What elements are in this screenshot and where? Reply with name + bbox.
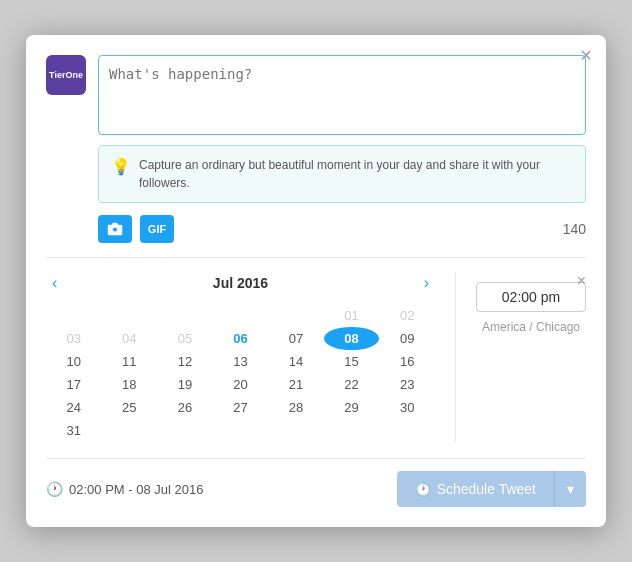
- clock-icon: 🕐: [46, 481, 63, 497]
- calendar-day[interactable]: 24: [46, 396, 102, 419]
- calendar-time-row: ‹ Jul 2016 › 010203040506070809101112131…: [46, 272, 586, 442]
- calendar-day[interactable]: 23: [379, 373, 435, 396]
- calendar-day[interactable]: 08: [324, 327, 380, 350]
- calendar-day: [213, 304, 269, 327]
- time-section: × America / Chicago: [456, 272, 586, 442]
- calendar-day[interactable]: 05: [157, 327, 213, 350]
- schedule-tweet-button[interactable]: 🕐 Schedule Tweet: [397, 471, 554, 507]
- calendar-grid: 0102030405060708091011121314151617181920…: [46, 304, 435, 442]
- suggestion-text: Capture an ordinary but beautiful moment…: [139, 156, 573, 192]
- svg-point-0: [113, 227, 118, 232]
- schedule-group: 🕐 Schedule Tweet ▾: [397, 471, 586, 507]
- schedule-tweet-label: Schedule Tweet: [437, 481, 536, 497]
- calendar-day[interactable]: 20: [213, 373, 269, 396]
- footer-scheduled-info: 🕐 02:00 PM - 08 Jul 2016: [46, 481, 203, 497]
- calendar-day[interactable]: 12: [157, 350, 213, 373]
- bulb-icon: 💡: [111, 157, 131, 176]
- time-close-button[interactable]: ×: [577, 272, 586, 290]
- calendar-nav: ‹ Jul 2016 ›: [46, 272, 435, 294]
- calendar-day: [157, 419, 213, 442]
- camera-button[interactable]: [98, 215, 132, 243]
- suggestion-box: 💡 Capture an ordinary but beautiful mome…: [98, 145, 586, 203]
- calendar-day[interactable]: 26: [157, 396, 213, 419]
- calendar-day[interactable]: 29: [324, 396, 380, 419]
- schedule-clock-icon: 🕐: [415, 482, 431, 497]
- timezone-label: America / Chicago: [482, 320, 580, 334]
- prev-month-button[interactable]: ‹: [46, 272, 63, 294]
- tweet-input[interactable]: [98, 55, 586, 135]
- time-input[interactable]: [476, 282, 586, 312]
- dropdown-chevron-icon: ▾: [567, 481, 574, 497]
- scheduled-datetime: 02:00 PM - 08 Jul 2016: [69, 482, 203, 497]
- calendar-day[interactable]: 03: [46, 327, 102, 350]
- calendar-day: [268, 304, 324, 327]
- next-month-button[interactable]: ›: [418, 272, 435, 294]
- calendar-day: [213, 419, 269, 442]
- gif-icon: GIF: [140, 215, 174, 243]
- avatar: TierOne: [46, 55, 86, 95]
- calendar-day: [102, 419, 158, 442]
- calendar-day: [379, 419, 435, 442]
- calendar-day[interactable]: 02: [379, 304, 435, 327]
- calendar-day[interactable]: 18: [102, 373, 158, 396]
- calendar-day[interactable]: 14: [268, 350, 324, 373]
- calendar-day[interactable]: 15: [324, 350, 380, 373]
- modal: × TierOne 💡 Capture an ordinary but beau…: [26, 35, 606, 527]
- calendar-day: [324, 419, 380, 442]
- calendar-day[interactable]: 07: [268, 327, 324, 350]
- calendar-day: [102, 304, 158, 327]
- calendar-day[interactable]: 30: [379, 396, 435, 419]
- calendar-day[interactable]: 01: [324, 304, 380, 327]
- divider: [46, 257, 586, 258]
- calendar-day[interactable]: 17: [46, 373, 102, 396]
- tweet-header: TierOne: [46, 55, 586, 135]
- calendar-day[interactable]: 27: [213, 396, 269, 419]
- calendar-day[interactable]: 09: [379, 327, 435, 350]
- char-count: 140: [563, 221, 586, 237]
- calendar-day[interactable]: 11: [102, 350, 158, 373]
- toolbar: GIF 140: [98, 215, 586, 243]
- calendar-day[interactable]: 22: [324, 373, 380, 396]
- camera-icon: [98, 215, 132, 243]
- close-button[interactable]: ×: [580, 45, 592, 65]
- calendar-day[interactable]: 13: [213, 350, 269, 373]
- calendar-day[interactable]: 06: [213, 327, 269, 350]
- calendar-day[interactable]: 21: [268, 373, 324, 396]
- calendar-day[interactable]: 04: [102, 327, 158, 350]
- calendar-day[interactable]: 25: [102, 396, 158, 419]
- calendar-day[interactable]: 28: [268, 396, 324, 419]
- calendar-day: [46, 304, 102, 327]
- footer: 🕐 02:00 PM - 08 Jul 2016 🕐 Schedule Twee…: [46, 458, 586, 507]
- calendar-title: Jul 2016: [213, 275, 268, 291]
- calendar-day: [157, 304, 213, 327]
- schedule-dropdown-button[interactable]: ▾: [554, 471, 586, 507]
- calendar-day[interactable]: 10: [46, 350, 102, 373]
- calendar-day[interactable]: 16: [379, 350, 435, 373]
- gif-button[interactable]: GIF: [140, 215, 174, 243]
- calendar-section: ‹ Jul 2016 › 010203040506070809101112131…: [46, 272, 456, 442]
- calendar-day[interactable]: 19: [157, 373, 213, 396]
- calendar-day: [268, 419, 324, 442]
- calendar-day[interactable]: 31: [46, 419, 102, 442]
